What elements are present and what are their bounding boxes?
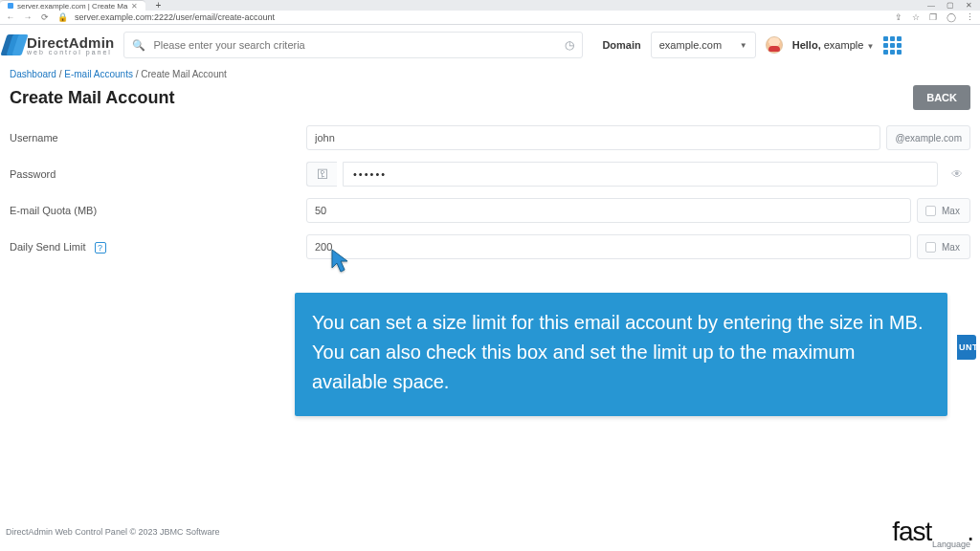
brand-tagline: web control panel [27, 49, 114, 55]
footer: DirectAdmin Web Control Panel © 2023 JBM… [0, 517, 980, 547]
star-icon[interactable]: ☆ [912, 12, 920, 22]
generate-password-button[interactable]: ⚿ [306, 162, 337, 187]
send-limit-label: Daily Send Limit ? [10, 241, 306, 253]
search-input[interactable] [153, 39, 557, 51]
browser-toolbar: ← → ⟳ 🔒 server.example.com:2222/user/ema… [0, 11, 980, 25]
kebab-icon[interactable]: ⋮ [966, 12, 974, 22]
eye-icon: 👁 [951, 167, 963, 181]
brand-logo[interactable]: DirectAdmin web control panel [4, 34, 114, 55]
send-max-toggle[interactable]: Max [917, 234, 970, 259]
new-tab-button[interactable]: + [151, 0, 165, 11]
language-switch[interactable]: Language [932, 540, 970, 549]
quota-label: E-mail Quota (MB) [10, 205, 306, 216]
toggle-password-visibility[interactable]: 👁 [944, 162, 970, 187]
profile-icon[interactable]: ◯ [947, 12, 956, 22]
crumb-dashboard[interactable]: Dashboard [10, 69, 56, 79]
chevron-down-icon: ▼ [740, 41, 747, 50]
crumb-current: Create Mail Account [141, 69, 227, 79]
back-button[interactable]: BACK [913, 85, 970, 110]
tab-title: server.example.com | Create Ma [17, 2, 127, 11]
close-window-icon[interactable]: ✕ [966, 1, 972, 10]
history-icon[interactable]: ◷ [565, 38, 574, 52]
password-label: Password [10, 168, 306, 180]
extension-icon[interactable]: ❐ [929, 12, 937, 22]
apps-grid-icon[interactable] [883, 36, 902, 55]
lock-icon: 🔒 [57, 12, 67, 22]
domain-label: Domain [602, 39, 640, 51]
search-icon: 🔍 [132, 39, 145, 52]
tutorial-overlay: You can set a size limit for this email … [295, 293, 947, 416]
username-input[interactable] [306, 125, 880, 150]
copyright: DirectAdmin Web Control Panel © 2023 JBM… [6, 527, 220, 537]
crumb-email-accounts[interactable]: E-mail Accounts [64, 69, 133, 79]
greeting[interactable]: Hello, example ▼ [792, 39, 875, 51]
browser-tab[interactable]: server.example.com | Create Ma ✕ [0, 0, 145, 11]
breadcrumb: Dashboard / E-mail Accounts / Create Mai… [0, 65, 980, 85]
address-bar[interactable]: server.example.com:2222/user/email/creat… [75, 12, 887, 22]
forward-icon[interactable]: → [23, 12, 33, 22]
quota-input[interactable] [306, 198, 911, 223]
chevron-down-icon: ▼ [866, 42, 874, 51]
username-label: Username [10, 132, 306, 143]
domain-select[interactable]: example.com ▼ [651, 32, 756, 58]
reload-icon[interactable]: ⟳ [40, 12, 50, 22]
window-controls: — ▢ ✕ [927, 1, 980, 10]
checkbox-icon[interactable] [925, 242, 936, 253]
back-icon[interactable]: ← [6, 12, 15, 22]
close-tab-icon[interactable]: ✕ [131, 2, 138, 11]
share-icon[interactable]: ⇪ [895, 12, 902, 22]
minimize-icon[interactable]: — [927, 1, 935, 10]
favicon-icon [8, 3, 13, 9]
page-title: Create Mail Account [10, 88, 174, 108]
dice-icon: ⚿ [317, 167, 328, 181]
send-limit-input[interactable] [306, 234, 911, 259]
password-input[interactable] [343, 162, 938, 187]
domain-value: example.com [659, 39, 722, 51]
maximize-icon[interactable]: ▢ [947, 1, 954, 10]
app-header: DirectAdmin web control panel 🔍 ◷ Domain… [0, 25, 980, 65]
help-icon[interactable]: ? [95, 242, 106, 253]
checkbox-icon[interactable] [925, 206, 936, 216]
username-domain-suffix: @example.com [886, 125, 970, 150]
quota-max-toggle[interactable]: Max [917, 198, 970, 223]
brand-mark-icon [4, 34, 21, 55]
global-search[interactable]: 🔍 ◷ [123, 32, 583, 58]
avatar-icon[interactable] [766, 36, 783, 54]
cursor-icon [331, 249, 348, 274]
browser-tabstrip: server.example.com | Create Ma ✕ + — ▢ ✕ [0, 0, 980, 11]
create-account-button-peek[interactable]: UNT [957, 335, 976, 360]
create-account-form: Username @example.com Password ⚿ 👁 E-mai… [0, 120, 980, 265]
